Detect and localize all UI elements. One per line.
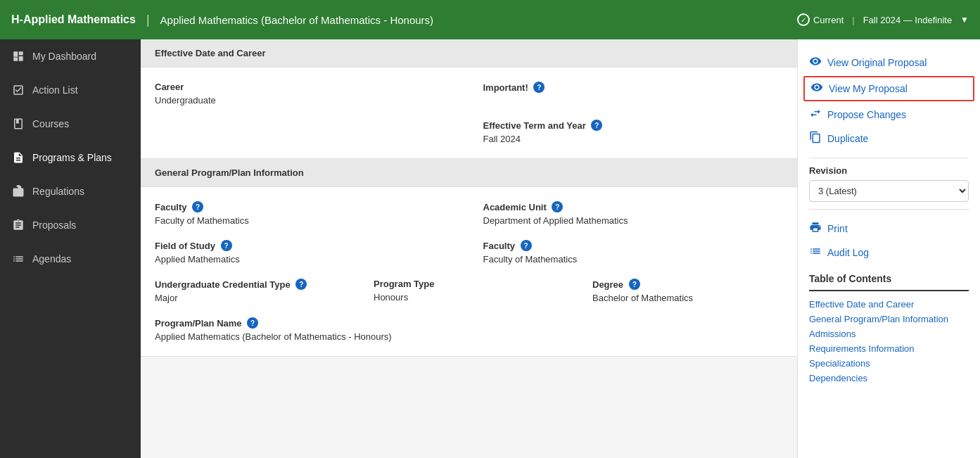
right-divider-2 [809,209,969,210]
field-of-study-value: Applied Mathematics [155,254,455,265]
credential-type-value: Major [155,293,345,303]
term-chevron-icon[interactable]: ▼ [960,15,969,25]
field-of-study-info-icon[interactable]: ? [221,240,232,251]
faculty-label: Faculty ? [155,201,455,212]
book-icon [11,117,25,131]
audit-log-action[interactable]: Audit Log [809,241,969,265]
programs-plans-icon [11,151,25,165]
regulations-icon [11,184,25,198]
program-code: H-Applied Mathematics [11,13,136,26]
important-label: Important! ? [483,82,784,93]
degree-value: Bachelor of Mathematics [592,293,783,303]
view-my-proposal-action[interactable]: View My Proposal [803,76,974,101]
header-pipe-separator: | [143,13,153,27]
sidebar-label-proposals: Proposals [32,220,76,231]
sidebar-item-regulations[interactable]: Regulations [0,174,141,208]
faculty2-value: Faculty of Mathematics [483,254,784,265]
header-status-area: ✓ Current | Fall 2024 — Indefinite ▼ [797,13,969,26]
sidebar-item-my-dashboard[interactable]: My Dashboard [0,39,141,73]
career-value: Undergraduate [155,95,455,106]
toc-item-dependencies[interactable]: Dependencies [809,371,969,386]
sidebar-item-proposals[interactable]: Proposals [0,208,141,242]
faculty-info-icon[interactable]: ? [192,201,203,212]
faculty-value: Faculty of Mathematics [155,215,455,226]
field-col-empty [155,120,455,144]
effective-term-info-icon[interactable]: ? [591,120,602,131]
toc-item-requirements[interactable]: Requirements Information [809,341,969,356]
section-content-general-program: Faculty ? Faculty of Mathematics Academi… [141,187,797,357]
duplicate-action[interactable]: Duplicate [809,127,969,151]
section-content-effective-date: Career Undergraduate Important! ? Effect… [141,68,797,159]
field-col-important: Important! ? [483,82,784,106]
field-col-career: Career Undergraduate [155,82,455,106]
program-type-label: Program Type [374,279,564,289]
app-header: H-Applied Mathematics | Applied Mathemat… [0,0,980,39]
audit-log-label: Audit Log [827,247,869,258]
section-header-effective-date: Effective Date and Career [141,39,797,68]
career-label: Career [155,82,455,92]
toc-item-specializations[interactable]: Specializations [809,356,969,371]
program-type-value: Honours [374,292,564,303]
degree-label: Degree ? [592,279,783,290]
field-row-field-faculty: Field of Study ? Applied Mathematics Fac… [155,240,783,265]
field-col-field-of-study: Field of Study ? Applied Mathematics [155,240,455,265]
sidebar-item-agendas[interactable]: Agendas [0,242,141,276]
field-row-career: Career Undergraduate Important! ? [155,82,783,106]
sidebar-label-programs-plans: Programs & Plans [32,152,112,163]
right-panel: View Original Proposal View My Proposal … [797,39,980,458]
sidebar-item-action-list[interactable]: Action List [0,73,141,107]
sidebar-label-agendas: Agendas [32,253,71,265]
degree-info-icon[interactable]: ? [629,279,640,290]
sidebar-item-programs-plans[interactable]: Programs & Plans [0,141,141,174]
field-of-study-label: Field of Study ? [155,240,455,251]
program-full-name: Applied Mathematics (Bachelor of Mathema… [160,14,434,26]
print-icon [809,221,822,236]
toc-item-general-program[interactable]: General Program/Plan Information [809,312,969,326]
important-info-icon[interactable]: ? [533,82,545,93]
sidebar-label-regulations: Regulations [32,186,84,197]
toc-label: Table of Contents [809,273,969,284]
plan-name-label: Program/Plan Name ? [155,317,783,329]
toc-item-effective-date[interactable]: Effective Date and Career [809,297,969,312]
plan-name-value: Applied Mathematics (Bachelor of Mathema… [155,331,783,342]
check-circle-icon: ✓ [797,13,810,26]
academic-unit-label: Academic Unit ? [483,201,784,212]
view-my-proposal-eye-icon [810,81,823,96]
toc-item-admissions[interactable]: Admissions [809,326,969,341]
view-original-label: View Original Proposal [827,57,927,68]
faculty2-info-icon[interactable]: ? [521,240,532,251]
check-square-icon [11,83,25,97]
field-row-faculty-academic: Faculty ? Faculty of Mathematics Academi… [155,201,783,226]
faculty2-label: Faculty ? [483,240,784,251]
sidebar-label-courses: Courses [32,118,69,129]
main-layout: My Dashboard Action List Courses Program… [0,39,980,458]
field-row-plan-name: Program/Plan Name ? Applied Mathematics … [155,317,783,342]
print-action[interactable]: Print [809,217,969,241]
field-col-academic-unit: Academic Unit ? Department of Applied Ma… [483,201,784,226]
sidebar: My Dashboard Action List Courses Program… [0,39,141,458]
revision-select[interactable]: 3 (Latest) [809,180,969,202]
field-row-credential-program-degree: Undergraduate Credential Type ? Major Pr… [155,279,783,303]
effective-term-value: Fall 2024 [483,134,784,144]
view-original-proposal-action[interactable]: View Original Proposal [809,51,969,75]
agendas-icon [11,252,25,266]
field-col-credential-type: Undergraduate Credential Type ? Major [155,279,345,303]
effective-term-label: Effective Term and Year ? [483,120,784,131]
sidebar-label-my-dashboard: My Dashboard [32,51,96,62]
duplicate-label: Duplicate [827,133,868,144]
credential-type-info-icon[interactable]: ? [295,279,307,290]
propose-changes-icon [809,107,822,122]
print-label: Print [827,223,848,234]
propose-changes-label: Propose Changes [827,109,906,120]
sidebar-label-action-list: Action List [32,84,78,96]
sidebar-item-courses[interactable]: Courses [0,107,141,141]
toc-divider [809,290,969,291]
academic-unit-info-icon[interactable]: ? [552,201,563,212]
plan-name-info-icon[interactable]: ? [247,317,258,329]
proposals-icon [11,218,25,232]
current-status-badge: ✓ Current [797,13,844,26]
propose-changes-action[interactable]: Propose Changes [809,103,969,127]
field-col-plan-name: Program/Plan Name ? Applied Mathematics … [155,317,783,342]
field-col-faculty2: Faculty ? Faculty of Mathematics [483,240,784,265]
header-term-separator: | [852,15,854,25]
